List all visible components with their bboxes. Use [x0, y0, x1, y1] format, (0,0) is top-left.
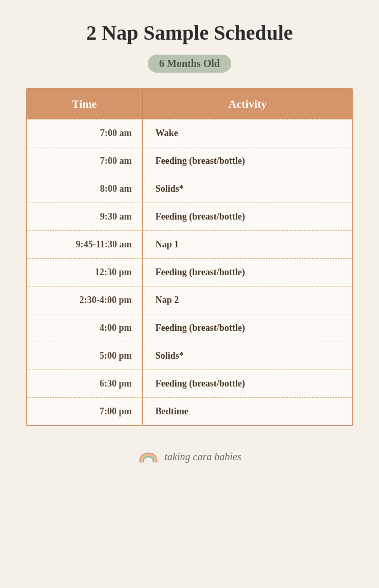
activity-cell: Feeding (breast/bottle) — [143, 259, 352, 286]
time-column-header: Time — [27, 89, 143, 119]
activity-cell: Solids* — [143, 342, 352, 369]
activity-cell: Nap 1 — [143, 231, 352, 258]
time-cell: 2:30-4:00 pm — [27, 287, 143, 314]
brand-name: taking cara babies — [165, 451, 242, 463]
table-row: 4:00 pmFeeding (breast/bottle) — [27, 314, 352, 342]
activity-cell: Feeding (breast/bottle) — [143, 203, 352, 230]
age-badge: 6 Months Old — [148, 55, 231, 73]
time-cell: 9:30 am — [27, 203, 143, 230]
time-cell: 6:30 pm — [27, 370, 143, 397]
activity-cell: Solids* — [143, 175, 352, 203]
time-cell: 9:45-11:30 am — [27, 231, 143, 258]
table-header: Time Activity — [27, 89, 352, 119]
activity-cell: Feeding (breast/bottle) — [143, 370, 352, 397]
table-row: 7:00 pmBedtime — [27, 397, 352, 425]
table-row: 8:00 amSolids* — [27, 175, 352, 203]
table-row: 7:00 amWake — [27, 119, 352, 147]
time-cell: 4:00 pm — [27, 314, 143, 342]
table-row: 9:30 amFeeding (breast/bottle) — [27, 203, 352, 230]
time-cell: 7:00 am — [27, 120, 143, 147]
time-cell: 5:00 pm — [27, 342, 143, 369]
footer: taking cara babies — [138, 449, 242, 464]
activity-cell: Wake — [143, 120, 352, 147]
activity-cell: Bedtime — [143, 398, 352, 425]
table-row: 2:30-4:00 pmNap 2 — [27, 286, 352, 314]
time-cell: 7:00 am — [27, 147, 143, 175]
page-container: 2 Nap Sample Schedule 6 Months Old Time … — [0, 0, 379, 588]
activity-cell: Feeding (breast/bottle) — [143, 314, 352, 342]
table-row: 9:45-11:30 amNap 1 — [27, 230, 352, 258]
activity-cell: Nap 2 — [143, 287, 352, 314]
time-cell: 7:00 pm — [27, 398, 143, 425]
activity-column-header: Activity — [143, 89, 352, 119]
schedule-table: Time Activity 7:00 amWake7:00 amFeeding … — [26, 88, 353, 426]
table-body: 7:00 amWake7:00 amFeeding (breast/bottle… — [27, 119, 352, 425]
time-cell: 8:00 am — [27, 175, 143, 203]
activity-cell: Feeding (breast/bottle) — [143, 147, 352, 175]
table-row: 12:30 pmFeeding (breast/bottle) — [27, 258, 352, 286]
time-cell: 12:30 pm — [27, 259, 143, 286]
rainbow-icon — [138, 449, 159, 464]
table-row: 7:00 amFeeding (breast/bottle) — [27, 147, 352, 175]
page-title: 2 Nap Sample Schedule — [86, 21, 292, 45]
table-row: 5:00 pmSolids* — [27, 342, 352, 369]
table-row: 6:30 pmFeeding (breast/bottle) — [27, 369, 352, 397]
